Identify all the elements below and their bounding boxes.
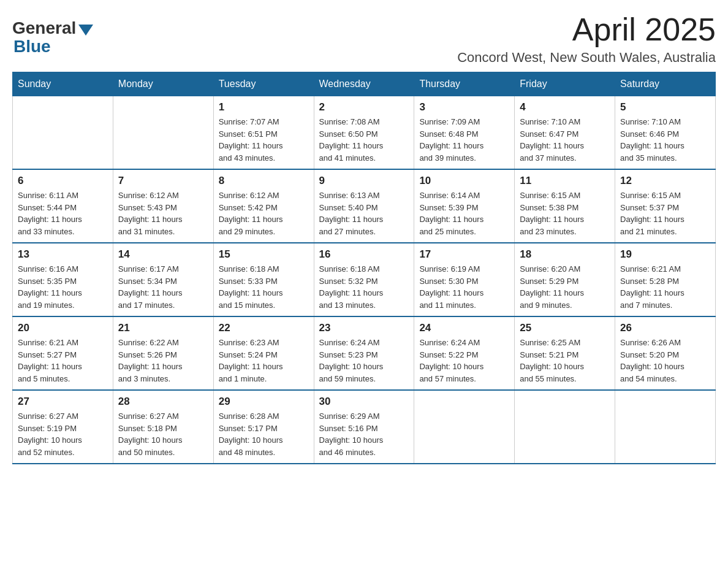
day-number: 12 xyxy=(620,175,710,187)
day-number: 15 xyxy=(219,248,309,261)
day-info: Sunrise: 6:14 AM Sunset: 5:39 PM Dayligh… xyxy=(419,190,509,237)
day-number: 26 xyxy=(620,322,710,334)
day-info: Sunrise: 6:19 AM Sunset: 5:30 PM Dayligh… xyxy=(419,263,509,311)
calendar-cell: 18Sunrise: 6:20 AM Sunset: 5:29 PM Dayli… xyxy=(515,243,615,316)
calendar-cell: 28Sunrise: 6:27 AM Sunset: 5:18 PM Dayli… xyxy=(113,390,213,464)
calendar-cell: 8Sunrise: 6:12 AM Sunset: 5:42 PM Daylig… xyxy=(213,169,314,243)
day-info: Sunrise: 6:29 AM Sunset: 5:16 PM Dayligh… xyxy=(319,410,409,458)
day-number: 24 xyxy=(419,322,509,334)
calendar-cell: 14Sunrise: 6:17 AM Sunset: 5:34 PM Dayli… xyxy=(113,243,213,316)
day-info: Sunrise: 7:10 AM Sunset: 6:46 PM Dayligh… xyxy=(620,116,710,164)
day-number: 19 xyxy=(620,248,710,261)
day-info: Sunrise: 6:21 AM Sunset: 5:27 PM Dayligh… xyxy=(18,337,108,385)
calendar-table: SundayMondayTuesdayWednesdayThursdayFrid… xyxy=(12,72,716,464)
day-info: Sunrise: 6:15 AM Sunset: 5:37 PM Dayligh… xyxy=(620,190,710,237)
day-info: Sunrise: 7:08 AM Sunset: 6:50 PM Dayligh… xyxy=(319,116,409,164)
day-info: Sunrise: 6:28 AM Sunset: 5:17 PM Dayligh… xyxy=(219,410,309,458)
day-info: Sunrise: 6:26 AM Sunset: 5:20 PM Dayligh… xyxy=(620,337,710,385)
day-info: Sunrise: 6:12 AM Sunset: 5:43 PM Dayligh… xyxy=(118,190,208,237)
day-info: Sunrise: 6:18 AM Sunset: 5:32 PM Dayligh… xyxy=(319,263,409,311)
calendar-cell xyxy=(615,390,716,464)
header-monday: Monday xyxy=(113,72,213,96)
calendar-cell: 22Sunrise: 6:23 AM Sunset: 5:24 PM Dayli… xyxy=(213,316,314,390)
day-number: 8 xyxy=(219,175,309,187)
day-number: 18 xyxy=(520,248,610,261)
day-info: Sunrise: 6:25 AM Sunset: 5:21 PM Dayligh… xyxy=(520,337,610,385)
day-info: Sunrise: 6:12 AM Sunset: 5:42 PM Dayligh… xyxy=(219,190,309,237)
calendar-cell: 27Sunrise: 6:27 AM Sunset: 5:19 PM Dayli… xyxy=(13,390,113,464)
day-info: Sunrise: 6:13 AM Sunset: 5:40 PM Dayligh… xyxy=(319,190,409,237)
calendar-cell: 9Sunrise: 6:13 AM Sunset: 5:40 PM Daylig… xyxy=(314,169,414,243)
day-number: 4 xyxy=(520,101,610,113)
calendar-cell xyxy=(13,96,113,170)
month-title: April 2025 xyxy=(457,12,716,47)
logo-general-text: General xyxy=(12,18,76,38)
day-number: 28 xyxy=(118,396,208,408)
calendar-cell: 16Sunrise: 6:18 AM Sunset: 5:32 PM Dayli… xyxy=(314,243,414,316)
calendar-cell: 30Sunrise: 6:29 AM Sunset: 5:16 PM Dayli… xyxy=(314,390,414,464)
day-number: 22 xyxy=(219,322,309,334)
day-info: Sunrise: 6:17 AM Sunset: 5:34 PM Dayligh… xyxy=(118,263,208,311)
day-info: Sunrise: 7:10 AM Sunset: 6:47 PM Dayligh… xyxy=(520,116,610,164)
calendar-week-row: 13Sunrise: 6:16 AM Sunset: 5:35 PM Dayli… xyxy=(13,243,716,316)
day-number: 27 xyxy=(18,396,108,408)
calendar-cell: 1Sunrise: 7:07 AM Sunset: 6:51 PM Daylig… xyxy=(213,96,314,170)
calendar-cell: 12Sunrise: 6:15 AM Sunset: 5:37 PM Dayli… xyxy=(615,169,716,243)
day-info: Sunrise: 6:24 AM Sunset: 5:23 PM Dayligh… xyxy=(319,337,409,385)
day-number: 14 xyxy=(118,248,208,261)
calendar-week-row: 1Sunrise: 7:07 AM Sunset: 6:51 PM Daylig… xyxy=(13,96,716,170)
day-number: 29 xyxy=(219,396,309,408)
day-number: 1 xyxy=(219,101,309,113)
calendar-cell xyxy=(515,390,615,464)
calendar-cell: 20Sunrise: 6:21 AM Sunset: 5:27 PM Dayli… xyxy=(13,316,113,390)
calendar-cell: 25Sunrise: 6:25 AM Sunset: 5:21 PM Dayli… xyxy=(515,316,615,390)
day-info: Sunrise: 6:27 AM Sunset: 5:19 PM Dayligh… xyxy=(18,410,108,458)
logo-blue-text: Blue xyxy=(13,37,51,56)
calendar-week-row: 27Sunrise: 6:27 AM Sunset: 5:19 PM Dayli… xyxy=(13,390,716,464)
day-number: 6 xyxy=(18,175,108,187)
day-number: 20 xyxy=(18,322,108,334)
calendar-cell: 3Sunrise: 7:09 AM Sunset: 6:48 PM Daylig… xyxy=(414,96,515,170)
day-number: 3 xyxy=(419,101,509,113)
logo: General Blue xyxy=(12,12,93,56)
calendar-cell: 26Sunrise: 6:26 AM Sunset: 5:20 PM Dayli… xyxy=(615,316,716,390)
calendar-header-row: SundayMondayTuesdayWednesdayThursdayFrid… xyxy=(13,72,716,96)
header-thursday: Thursday xyxy=(414,72,515,96)
header-friday: Friday xyxy=(515,72,615,96)
day-info: Sunrise: 6:16 AM Sunset: 5:35 PM Dayligh… xyxy=(18,263,108,311)
calendar-cell xyxy=(414,390,515,464)
calendar-cell: 10Sunrise: 6:14 AM Sunset: 5:39 PM Dayli… xyxy=(414,169,515,243)
day-number: 9 xyxy=(319,175,409,187)
calendar-cell: 19Sunrise: 6:21 AM Sunset: 5:28 PM Dayli… xyxy=(615,243,716,316)
header-saturday: Saturday xyxy=(615,72,716,96)
day-number: 23 xyxy=(319,322,409,334)
calendar-cell: 21Sunrise: 6:22 AM Sunset: 5:26 PM Dayli… xyxy=(113,316,213,390)
title-area: April 2025 Concord West, New South Wales… xyxy=(457,12,716,66)
calendar-cell: 7Sunrise: 6:12 AM Sunset: 5:43 PM Daylig… xyxy=(113,169,213,243)
day-number: 2 xyxy=(319,101,409,113)
day-number: 16 xyxy=(319,248,409,261)
calendar-cell: 5Sunrise: 7:10 AM Sunset: 6:46 PM Daylig… xyxy=(615,96,716,170)
calendar-cell: 11Sunrise: 6:15 AM Sunset: 5:38 PM Dayli… xyxy=(515,169,615,243)
day-info: Sunrise: 6:15 AM Sunset: 5:38 PM Dayligh… xyxy=(520,190,610,237)
calendar-cell: 6Sunrise: 6:11 AM Sunset: 5:44 PM Daylig… xyxy=(13,169,113,243)
day-number: 21 xyxy=(118,322,208,334)
day-number: 30 xyxy=(319,396,409,408)
calendar-cell: 29Sunrise: 6:28 AM Sunset: 5:17 PM Dayli… xyxy=(213,390,314,464)
day-info: Sunrise: 7:09 AM Sunset: 6:48 PM Dayligh… xyxy=(419,116,509,164)
day-info: Sunrise: 6:11 AM Sunset: 5:44 PM Dayligh… xyxy=(18,190,108,237)
header-wednesday: Wednesday xyxy=(314,72,414,96)
day-number: 25 xyxy=(520,322,610,334)
day-info: Sunrise: 6:20 AM Sunset: 5:29 PM Dayligh… xyxy=(520,263,610,311)
day-info: Sunrise: 6:21 AM Sunset: 5:28 PM Dayligh… xyxy=(620,263,710,311)
calendar-cell: 4Sunrise: 7:10 AM Sunset: 6:47 PM Daylig… xyxy=(515,96,615,170)
day-info: Sunrise: 6:18 AM Sunset: 5:33 PM Dayligh… xyxy=(219,263,309,311)
calendar-cell: 23Sunrise: 6:24 AM Sunset: 5:23 PM Dayli… xyxy=(314,316,414,390)
day-number: 10 xyxy=(419,175,509,187)
day-info: Sunrise: 6:27 AM Sunset: 5:18 PM Dayligh… xyxy=(118,410,208,458)
day-info: Sunrise: 6:24 AM Sunset: 5:22 PM Dayligh… xyxy=(419,337,509,385)
calendar-cell: 24Sunrise: 6:24 AM Sunset: 5:22 PM Dayli… xyxy=(414,316,515,390)
day-info: Sunrise: 7:07 AM Sunset: 6:51 PM Dayligh… xyxy=(219,116,309,164)
day-info: Sunrise: 6:23 AM Sunset: 5:24 PM Dayligh… xyxy=(219,337,309,385)
day-number: 13 xyxy=(18,248,108,261)
